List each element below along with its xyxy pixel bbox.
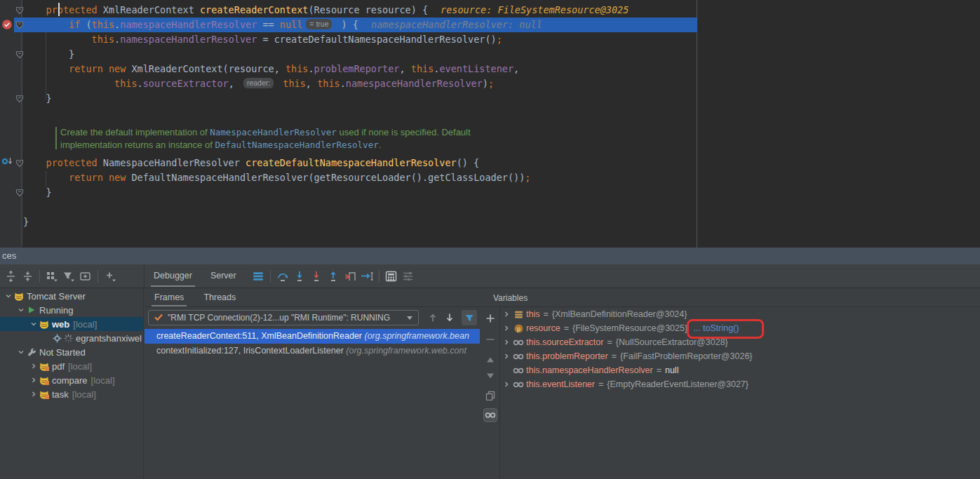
group-by-icon[interactable]: [43, 268, 60, 285]
tostring-link[interactable]: ... toString(): [693, 323, 739, 333]
variable-row[interactable]: this.namespaceHandlerResolver=null: [501, 363, 980, 377]
next-frame-icon[interactable]: [441, 309, 458, 326]
chevron-closed-icon[interactable]: [501, 309, 512, 319]
equals-sign: =: [657, 365, 662, 375]
tree-item-label: Not Started: [39, 347, 86, 358]
tab-debugger[interactable]: Debugger: [145, 264, 201, 288]
add-icon[interactable]: [102, 268, 119, 285]
code-line: this.sourceExtractor, reader: this, this…: [114, 76, 494, 91]
tab-frames[interactable]: Frames: [145, 288, 194, 306]
variable-row[interactable]: this.sourceExtractor={NullSourceExtracto…: [501, 335, 980, 349]
step-into-icon[interactable]: [291, 268, 308, 285]
copy-watch-icon[interactable]: [483, 389, 497, 403]
variable-name: resource: [526, 323, 561, 333]
frame-location: createReaderContext:511, XmlBeanDefiniti…: [156, 331, 364, 341]
add-service-icon[interactable]: [77, 268, 94, 285]
tree-item-web[interactable]: web[local]: [0, 317, 143, 331]
variables-pane: Variables this={XmlBeanDefinitionReader@…: [481, 288, 980, 479]
step-out-icon[interactable]: [325, 268, 342, 285]
variable-row[interactable]: this.problemReporter={FailFastProblemRep…: [501, 349, 980, 363]
tree-item-label: Running: [39, 305, 73, 316]
fold-marker-icon[interactable]: [15, 50, 24, 61]
tree-item-label: Tomcat Server: [27, 291, 86, 302]
fold-marker-icon[interactable]: [15, 188, 24, 199]
tree-item-pdf[interactable]: pdf[local]: [0, 359, 143, 373]
tab-server[interactable]: Server: [201, 264, 246, 288]
chevron-closed-icon[interactable]: [28, 375, 39, 385]
chevron-closed-icon[interactable]: [501, 337, 512, 347]
watch-icon: [512, 352, 525, 361]
overridden-method-icon[interactable]: [1, 157, 13, 169]
chevron-open-icon[interactable]: [28, 319, 39, 329]
chevron-closed-icon[interactable]: [28, 361, 39, 371]
variable-value: {XmlBeanDefinitionReader@3024}: [552, 309, 687, 319]
hide-library-frames-filter-icon[interactable]: [462, 310, 477, 325]
code-line: protected NamespaceHandlerResolver creat…: [46, 156, 480, 170]
force-step-into-icon[interactable]: [308, 268, 325, 285]
right-margin-guide: [697, 0, 697, 248]
this-icon: [512, 310, 525, 319]
expand-all-icon[interactable]: [2, 268, 19, 285]
layout-settings-icon[interactable]: [400, 268, 417, 285]
inline-hint-chip: reader:: [243, 78, 274, 88]
fold-marker-icon[interactable]: [15, 158, 24, 170]
tab-threads[interactable]: Threads: [194, 288, 246, 306]
run-to-cursor-icon[interactable]: [358, 268, 375, 285]
chevron-open-icon[interactable]: [15, 305, 26, 315]
remove-watch-icon[interactable]: [483, 332, 497, 346]
tomcat-stopped-icon: [39, 376, 50, 385]
tree-item-running[interactable]: Running: [0, 303, 143, 317]
chevron-open-icon[interactable]: [3, 291, 13, 301]
run-icon: [26, 306, 37, 314]
variable-row[interactable]: this={XmlBeanDefinitionReader@3024}: [501, 307, 980, 321]
chevron-closed-icon[interactable]: [501, 379, 512, 389]
variable-name: this.namespaceHandlerResolver: [526, 365, 653, 375]
add-watch-icon[interactable]: [483, 311, 497, 325]
stack-frame[interactable]: contextInitialized:127, IrisContextLoade…: [145, 344, 480, 358]
fold-marker-icon[interactable]: [15, 6, 24, 17]
equals-sign: =: [598, 379, 603, 389]
breakpoint-icon[interactable]: [1, 19, 13, 32]
move-watch-up-icon[interactable]: [483, 353, 497, 367]
tree-item-compare[interactable]: compare[local]: [0, 373, 143, 387]
collapse-all-icon[interactable]: [19, 268, 36, 285]
watch-icon: [512, 338, 525, 347]
evaluate-expression-icon[interactable]: [383, 268, 400, 285]
variable-row[interactable]: this.eventListener={EmptyReaderEventList…: [501, 377, 980, 391]
move-watch-down-icon[interactable]: [483, 369, 497, 383]
tree-item-not-started[interactable]: Not Started: [0, 345, 143, 359]
chevron-closed-icon[interactable]: [501, 351, 512, 361]
tree-item-label: web: [52, 319, 69, 330]
previous-frame-icon[interactable]: [424, 309, 441, 326]
equals-sign: =: [564, 323, 569, 333]
tree-item-egrantshanxiwel[interactable]: egrantshanxiwel: [0, 331, 143, 345]
thread-selector-dropdown[interactable]: "RMI TCP Connection(2)-12...up "RMI Runt…: [148, 310, 419, 325]
fold-marker-icon[interactable]: [15, 20, 24, 32]
tree-item-suffix: [local]: [91, 375, 115, 386]
services-tree[interactable]: Tomcat ServerRunningweb[local]egrantshan…: [0, 288, 144, 479]
toolbar-separator: [270, 270, 271, 283]
tree-item-tomcat-server[interactable]: Tomcat Server: [0, 289, 143, 303]
tree-item-label: pdf: [52, 361, 65, 372]
variable-row[interactable]: presource={FileSystemResource@3025}... t…: [501, 321, 980, 335]
frame-package: (org.springframework.web.cont: [346, 346, 466, 356]
chevron-open-icon[interactable]: [15, 347, 26, 357]
chevron-closed-icon[interactable]: [28, 389, 39, 399]
tree-item-task[interactable]: task[local]: [0, 387, 143, 401]
code-editor[interactable]: protected XmlReaderContext createReaderC…: [0, 0, 980, 248]
javadoc-line: Create the default implementation of Nam…: [60, 126, 471, 139]
chevron-closed-icon[interactable]: [501, 323, 512, 333]
drop-frame-icon[interactable]: [342, 268, 358, 285]
code-line: }: [46, 91, 52, 106]
wrench-icon: [26, 348, 37, 357]
javadoc-line: implementation returns an instance of De…: [60, 139, 381, 151]
equals-sign: =: [543, 309, 548, 319]
tree-item-label: egrantshanxiwel: [76, 333, 142, 344]
stack-frame[interactable]: createReaderContext:511, XmlBeanDefiniti…: [145, 329, 480, 344]
step-over-icon[interactable]: [274, 268, 291, 285]
show-watches-icon[interactable]: [483, 408, 497, 422]
filter-icon[interactable]: [60, 268, 77, 285]
fold-marker-icon[interactable]: [15, 94, 24, 105]
threads-view-menu-icon[interactable]: [250, 268, 267, 285]
frame-location: contextInitialized:127, IrisContextLoade…: [156, 346, 346, 356]
